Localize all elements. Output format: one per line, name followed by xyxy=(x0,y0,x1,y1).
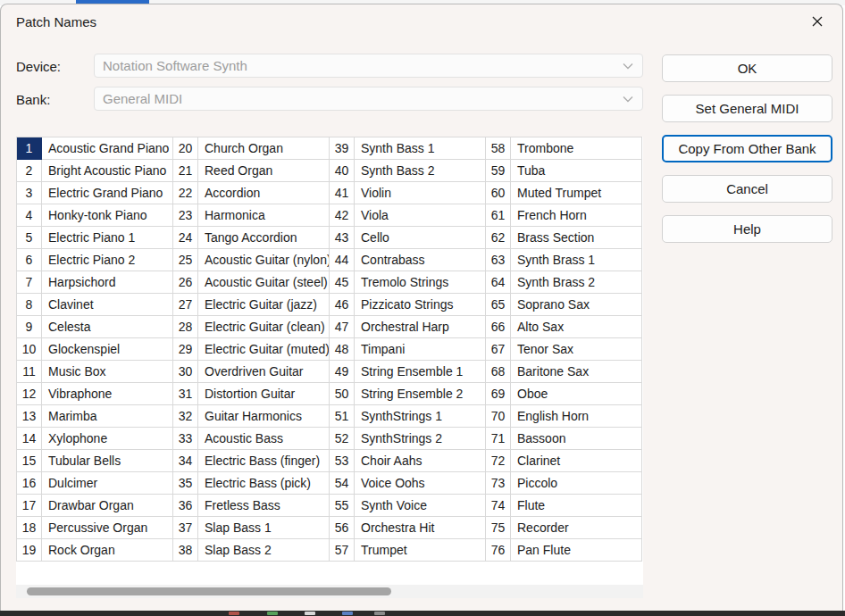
patch-name-cell[interactable]: Celesta xyxy=(42,316,173,338)
patch-name-cell[interactable]: Slap Bass 2 xyxy=(198,539,330,562)
patch-name-cell[interactable]: Music Box xyxy=(42,361,173,383)
patch-name-cell[interactable]: Orchestra Hit xyxy=(355,517,486,539)
patch-name-cell[interactable]: Contrabass xyxy=(355,249,486,271)
patch-number-cell[interactable]: 10 xyxy=(17,338,42,361)
set-general-midi-button[interactable]: Set General MIDI xyxy=(662,95,832,122)
patch-name-cell[interactable]: Bassoon xyxy=(511,428,642,450)
patch-number-cell[interactable]: 23 xyxy=(173,204,198,227)
patch-name-cell[interactable]: Marimba xyxy=(42,405,173,428)
patch-number-cell[interactable]: 22 xyxy=(173,182,198,204)
patch-name-cell[interactable]: Electric Guitar (clean) xyxy=(198,316,330,338)
patch-number-cell[interactable]: 16 xyxy=(17,472,42,495)
patch-name-cell[interactable]: Acoustic Grand Piano xyxy=(42,137,173,160)
patch-name-cell[interactable]: Harmonica xyxy=(198,204,330,227)
patch-name-cell[interactable]: Tremolo Strings xyxy=(355,271,486,294)
patch-number-cell[interactable]: 50 xyxy=(330,383,355,405)
patch-name-cell[interactable]: Orchestral Harp xyxy=(355,316,486,338)
copy-from-other-bank-button[interactable]: Copy From Other Bank xyxy=(662,135,832,162)
patch-name-cell[interactable]: Electric Piano 1 xyxy=(42,227,173,249)
patch-name-cell[interactable]: Vibraphone xyxy=(42,383,173,405)
patch-name-cell[interactable]: Pizzicato Strings xyxy=(355,294,486,316)
patch-number-cell[interactable]: 68 xyxy=(486,361,511,383)
patch-number-cell[interactable]: 32 xyxy=(173,405,198,428)
patch-number-cell[interactable]: 37 xyxy=(173,517,198,539)
patch-number-cell[interactable]: 70 xyxy=(486,405,511,428)
patch-name-cell[interactable]: SynthStrings 1 xyxy=(355,405,486,428)
patch-number-cell[interactable]: 47 xyxy=(330,316,355,338)
patch-number-cell[interactable]: 39 xyxy=(330,137,355,160)
patch-number-cell[interactable]: 63 xyxy=(486,249,511,271)
patch-number-cell[interactable]: 59 xyxy=(486,160,511,182)
patch-name-cell[interactable]: Electric Guitar (muted) xyxy=(198,338,330,361)
close-button[interactable] xyxy=(798,6,837,37)
patch-number-cell[interactable]: 51 xyxy=(330,405,355,428)
patch-number-cell[interactable]: 65 xyxy=(486,294,511,316)
patch-name-cell[interactable]: Brass Section xyxy=(511,227,642,249)
patch-number-cell[interactable]: 66 xyxy=(486,316,511,338)
patch-name-cell[interactable]: SynthStrings 2 xyxy=(355,428,486,450)
patch-number-cell[interactable]: 27 xyxy=(173,294,198,316)
patch-number-cell[interactable]: 75 xyxy=(486,517,511,539)
patch-name-cell[interactable]: Accordion xyxy=(198,182,330,204)
patch-number-cell[interactable]: 31 xyxy=(173,383,198,405)
patch-name-cell[interactable]: Tango Accordion xyxy=(198,227,330,249)
patch-name-cell[interactable]: Slap Bass 1 xyxy=(198,517,330,539)
patch-number-cell[interactable]: 15 xyxy=(17,450,42,472)
patch-number-cell[interactable]: 62 xyxy=(486,227,511,249)
patch-name-cell[interactable]: Timpani xyxy=(355,338,486,361)
patch-name-cell[interactable]: Electric Grand Piano xyxy=(42,182,173,204)
scrollbar-thumb[interactable] xyxy=(27,587,391,595)
patch-number-cell[interactable]: 72 xyxy=(486,450,511,472)
bank-select[interactable]: General MIDI xyxy=(94,87,643,111)
patch-name-cell[interactable]: Baritone Sax xyxy=(511,361,642,383)
patch-number-cell[interactable]: 73 xyxy=(486,472,511,495)
patch-number-cell[interactable]: 28 xyxy=(173,316,198,338)
patch-name-cell[interactable]: Bright Acoustic Piano xyxy=(42,160,173,182)
patch-number-cell[interactable]: 40 xyxy=(330,160,355,182)
patch-name-cell[interactable]: Choir Aahs xyxy=(355,450,486,472)
patch-number-cell[interactable]: 52 xyxy=(330,428,355,450)
patch-number-cell[interactable]: 17 xyxy=(17,495,42,517)
patch-name-cell[interactable]: Drawbar Organ xyxy=(42,495,173,517)
patch-name-cell[interactable]: Clarinet xyxy=(511,450,642,472)
patch-number-cell[interactable]: 7 xyxy=(17,271,42,294)
patch-number-cell[interactable]: 24 xyxy=(173,227,198,249)
patch-number-cell[interactable]: 55 xyxy=(330,495,355,517)
patch-name-cell[interactable]: Synth Bass 1 xyxy=(355,137,486,160)
patch-name-cell[interactable]: String Ensemble 1 xyxy=(355,361,486,383)
device-select[interactable]: Notation Software Synth xyxy=(94,54,643,78)
patch-number-cell[interactable]: 42 xyxy=(330,204,355,227)
patch-number-cell[interactable]: 76 xyxy=(486,539,511,562)
patch-number-cell[interactable]: 5 xyxy=(17,227,42,249)
patch-name-cell[interactable]: Tenor Sax xyxy=(511,338,642,361)
patch-number-cell[interactable]: 46 xyxy=(330,294,355,316)
patch-name-cell[interactable]: Cello xyxy=(355,227,486,249)
patch-number-cell[interactable]: 69 xyxy=(486,383,511,405)
patch-name-cell[interactable]: Synth Bass 2 xyxy=(355,160,486,182)
patch-name-cell[interactable]: Recorder xyxy=(511,517,642,539)
patch-name-cell[interactable]: Viola xyxy=(355,204,486,227)
patch-number-cell[interactable]: 74 xyxy=(486,495,511,517)
patch-name-cell[interactable]: Violin xyxy=(355,182,486,204)
patch-name-cell[interactable]: Oboe xyxy=(511,383,642,405)
patch-name-cell[interactable]: Synth Voice xyxy=(355,495,486,517)
patch-name-cell[interactable]: Reed Organ xyxy=(198,160,330,182)
patch-name-cell[interactable]: Distortion Guitar xyxy=(198,383,330,405)
patch-name-cell[interactable]: Tuba xyxy=(511,160,642,182)
patch-name-cell[interactable]: English Horn xyxy=(511,405,642,428)
patch-name-cell[interactable]: Soprano Sax xyxy=(511,294,642,316)
patch-number-cell[interactable]: 44 xyxy=(330,249,355,271)
patch-name-cell[interactable]: Tubular Bells xyxy=(42,450,173,472)
patch-name-cell[interactable]: Electric Bass (finger) xyxy=(198,450,330,472)
patch-name-cell[interactable]: Overdriven Guitar xyxy=(198,361,330,383)
patch-number-cell[interactable]: 57 xyxy=(330,539,355,562)
patch-name-cell[interactable]: Pan Flute xyxy=(511,539,642,562)
patch-name-cell[interactable]: Trumpet xyxy=(355,539,486,562)
patch-number-cell[interactable]: 12 xyxy=(17,383,42,405)
patch-name-cell[interactable]: String Ensemble 2 xyxy=(355,383,486,405)
patch-name-cell[interactable]: Xylophone xyxy=(42,428,173,450)
patch-number-cell[interactable]: 8 xyxy=(17,294,42,316)
patch-name-cell[interactable]: Electric Guitar (jazz) xyxy=(198,294,330,316)
patch-number-cell[interactable]: 25 xyxy=(173,249,198,271)
patch-name-cell[interactable]: Piccolo xyxy=(511,472,642,495)
